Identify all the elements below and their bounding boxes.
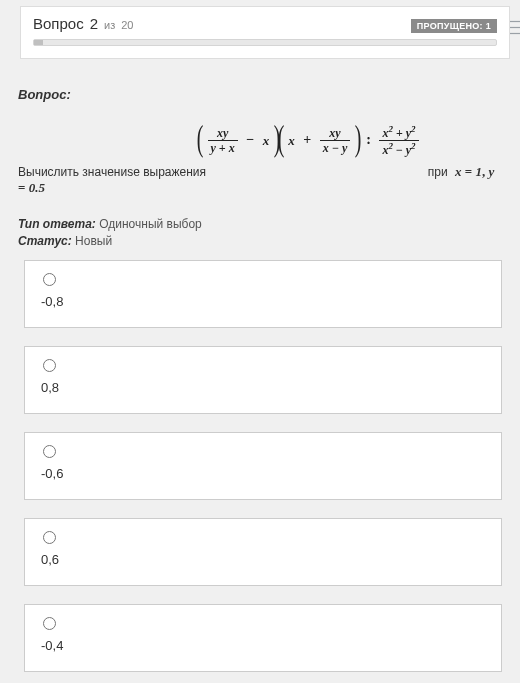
question-of: из xyxy=(104,19,115,31)
answer-text: -0,8 xyxy=(39,294,487,309)
answer-option[interactable]: 0,8 xyxy=(24,346,502,414)
answer-type-value: Одиночный выбор xyxy=(99,217,202,231)
question-word: Вопрос xyxy=(33,15,84,32)
status-value: Новый xyxy=(75,234,112,248)
question-label: Вопрос: xyxy=(18,87,502,102)
answer-radio[interactable] xyxy=(43,445,56,458)
skipped-badge: ПРОПУЩЕНО: 1 xyxy=(411,19,497,33)
answer-option[interactable]: -0,4 xyxy=(24,604,502,672)
question-header: Вопрос 2 из 20 ПРОПУЩЕНО: 1 xyxy=(20,6,510,59)
answer-option[interactable]: -0,6 xyxy=(24,432,502,500)
question-number: 2 xyxy=(90,15,98,32)
answer-text: -0,6 xyxy=(39,466,487,481)
answer-radio[interactable] xyxy=(43,531,56,544)
answer-radio[interactable] xyxy=(43,273,56,286)
progress-bar xyxy=(33,39,497,46)
question-prompt: Вычислить значениsе выражения при x = 1,… xyxy=(18,164,502,196)
answer-option[interactable]: 0,6 xyxy=(24,518,502,586)
question-total: 20 xyxy=(121,19,133,31)
answer-options: -0,8 0,8 -0,6 0,6 -0,4 xyxy=(18,260,502,672)
answer-radio[interactable] xyxy=(43,617,56,630)
answer-text: 0,8 xyxy=(39,380,487,395)
answer-type-label: Тип ответа: xyxy=(18,217,96,231)
answer-text: -0,4 xyxy=(39,638,487,653)
math-expression: ( xy y + x − x )( x + xy x − y ) : x xyxy=(18,122,502,158)
answer-option[interactable]: -0,8 xyxy=(24,260,502,328)
answer-radio[interactable] xyxy=(43,359,56,372)
answer-text: 0,6 xyxy=(39,552,487,567)
status-label: Статус: xyxy=(18,234,72,248)
